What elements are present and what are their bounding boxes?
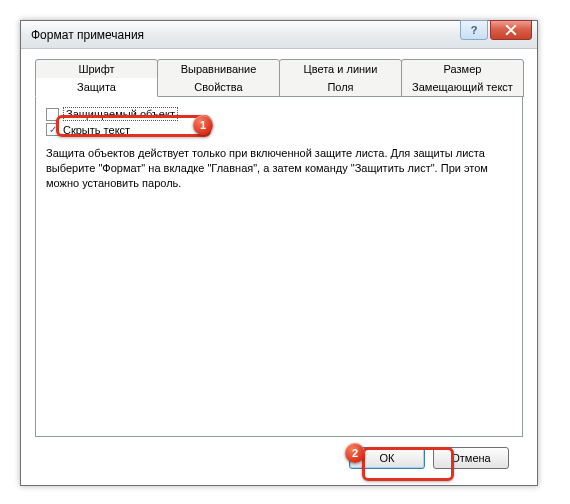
tab-row-top: Шрифт Выравнивание Цвета и линии Размер xyxy=(35,59,523,79)
dialog-button-row: ОК Отмена xyxy=(35,447,523,469)
close-icon xyxy=(505,24,517,36)
protection-info-text: Защита объектов действует только при вкл… xyxy=(46,146,512,191)
window-title: Формат примечания xyxy=(31,28,460,42)
tab-font[interactable]: Шрифт xyxy=(35,59,158,79)
titlebar-buttons: ? xyxy=(460,21,537,48)
tab-protection[interactable]: Защита xyxy=(35,78,158,97)
help-button[interactable]: ? xyxy=(460,20,488,40)
hide-text-row: Скрыть текст xyxy=(46,123,512,136)
ok-button[interactable]: ОК xyxy=(349,447,425,469)
tab-strip: Шрифт Выравнивание Цвета и линии Размер … xyxy=(35,59,523,437)
hide-text-checkbox[interactable] xyxy=(46,123,59,136)
lock-object-row: Защищаемый объект xyxy=(46,107,512,121)
tab-properties[interactable]: Свойства xyxy=(157,78,280,97)
protection-panel: Защищаемый объект Скрыть текст Защита об… xyxy=(35,97,523,437)
tab-colors-lines[interactable]: Цвета и линии xyxy=(279,59,402,79)
close-button[interactable] xyxy=(490,20,532,40)
help-icon: ? xyxy=(471,24,478,36)
tab-alignment[interactable]: Выравнивание xyxy=(157,59,280,79)
format-comment-dialog: Формат примечания ? Шрифт Выравнивание Ц… xyxy=(20,20,538,486)
tab-size[interactable]: Размер xyxy=(401,59,524,79)
tab-alt-text[interactable]: Замещающий текст xyxy=(401,78,524,97)
tab-margins[interactable]: Поля xyxy=(279,78,402,97)
cancel-button[interactable]: Отмена xyxy=(433,447,509,469)
hide-text-label[interactable]: Скрыть текст xyxy=(63,124,130,136)
tab-row-bottom: Защита Свойства Поля Замещающий текст xyxy=(35,78,523,97)
titlebar: Формат примечания ? xyxy=(21,21,537,49)
lock-object-checkbox[interactable] xyxy=(46,108,59,121)
lock-object-label[interactable]: Защищаемый объект xyxy=(63,107,178,121)
dialog-body: Шрифт Выравнивание Цвета и линии Размер … xyxy=(21,49,537,483)
